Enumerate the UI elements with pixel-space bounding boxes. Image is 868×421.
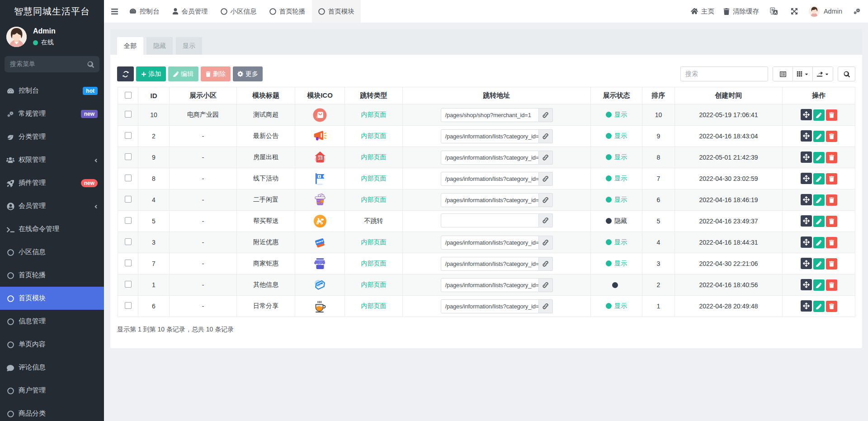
svg-text:¥: ¥ bbox=[318, 175, 320, 178]
svg-text:二手: 二手 bbox=[316, 199, 324, 204]
svg-text:租: 租 bbox=[317, 156, 322, 161]
